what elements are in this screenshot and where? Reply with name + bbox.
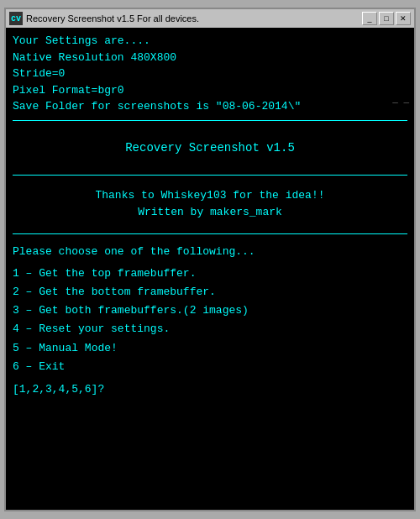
- menu-prompt[interactable]: [1,2,3,4,5,6]?: [13, 383, 407, 396]
- console-area: Your Settings are.... Native Resolution …: [6, 28, 414, 510]
- close-button[interactable]: ✕: [396, 12, 411, 25]
- maximize-button[interactable]: □: [379, 12, 394, 25]
- title-bar: cv Recovery Screenshot v1.5 For all devi…: [6, 9, 414, 28]
- app-icon: cv: [9, 12, 23, 25]
- app-title-section: Recovery Screenshot v1.5: [13, 126, 407, 170]
- app-title: Recovery Screenshot v1.5: [13, 133, 407, 163]
- menu-header: Please choose one of the following...: [13, 243, 407, 261]
- menu-item-1: 1 – Get the top framebuffer.: [13, 265, 407, 283]
- menu-item-4: 4 – Reset your settings.: [13, 320, 407, 338]
- credits-section: Thanks to Whiskey103 for the idea!! Writ…: [13, 181, 407, 229]
- settings-line4: Pixel Format=bgr0: [13, 82, 407, 99]
- settings-line3: Stride=0: [13, 66, 407, 82]
- divider-bottom: [13, 233, 407, 234]
- menu-item-5: 5 – Manual Mode!: [13, 339, 407, 358]
- menu-item-3: 3 – Get both framebuffers.(2 images): [13, 301, 407, 320]
- credits-line2: Written by makers_mark: [13, 204, 407, 222]
- divider-top: [13, 120, 407, 121]
- divider-middle: [13, 175, 407, 176]
- credits-line1: Thanks to Whiskey103 for the idea!!: [13, 187, 407, 205]
- title-bar-left: cv Recovery Screenshot v1.5 For all devi…: [9, 12, 199, 25]
- main-window: cv Recovery Screenshot v1.5 For all devi…: [4, 8, 416, 511]
- settings-section: Your Settings are.... Native Resolution …: [13, 33, 407, 115]
- settings-line2: Native Resolution 480X800: [13, 50, 407, 66]
- menu-item-2: 2 – Get the bottom framebuffer.: [13, 283, 407, 301]
- minimize-button[interactable]: _: [362, 12, 377, 25]
- menu-section: Please choose one of the following... 1 …: [13, 239, 407, 396]
- menu-items: 1 – Get the top framebuffer. 2 – Get the…: [13, 265, 407, 376]
- settings-line5: Save Folder for screenshots is "08-06-20…: [13, 98, 407, 115]
- menu-item-6: 6 – Exit: [13, 358, 407, 376]
- window-title: Recovery Screenshot v1.5 For all devices…: [26, 13, 199, 24]
- settings-line1: Your Settings are....: [13, 33, 407, 50]
- window-controls: _ □ ✕: [362, 12, 411, 25]
